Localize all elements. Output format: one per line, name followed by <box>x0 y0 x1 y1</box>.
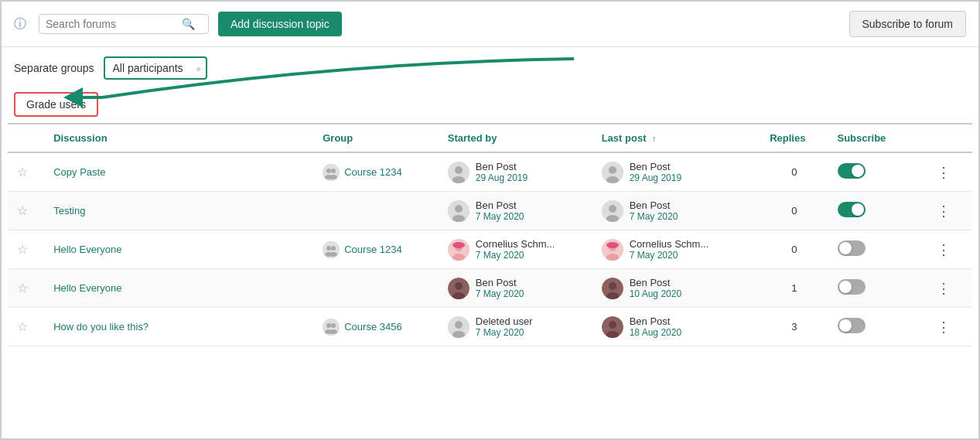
more-options-button[interactable]: ⋮ <box>934 241 954 258</box>
col-header-last-post[interactable]: Last post ↑ <box>592 124 761 152</box>
star-icon[interactable]: ☆ <box>17 204 28 217</box>
star-cell: ☆ <box>8 230 44 269</box>
group-cell-container <box>313 192 439 230</box>
svg-point-39 <box>326 323 331 328</box>
last-post-date: 29 Aug 2019 <box>630 172 681 183</box>
participants-select[interactable]: All participants Course 1234 Course 3456 <box>104 56 207 80</box>
started-by-cell: Cornelius Schm... 7 May 2020 <box>439 230 592 269</box>
discussion-link[interactable]: Hello Everyone <box>53 244 121 255</box>
started-by-date: 7 May 2020 <box>476 250 555 261</box>
subscribe-toggle[interactable] <box>838 240 866 256</box>
last-post-user: Ben Post 18 Aug 2020 <box>602 316 752 338</box>
star-icon[interactable]: ☆ <box>17 165 28 179</box>
svg-point-11 <box>609 166 616 174</box>
started-by-user: Ben Post 7 May 2020 <box>448 277 583 299</box>
svg-point-4 <box>331 169 336 173</box>
toggle-thumb <box>852 165 864 177</box>
last-post-cell: Ben Post 7 May 2020 <box>592 192 761 230</box>
svg-point-21 <box>331 246 336 251</box>
discussion-link[interactable]: Testing <box>53 205 85 217</box>
search-button[interactable]: 🔍 <box>182 18 195 30</box>
group-cell-container <box>313 269 439 308</box>
svg-point-3 <box>326 169 331 173</box>
svg-point-27 <box>452 242 465 248</box>
star-icon[interactable]: ☆ <box>17 320 28 333</box>
last-post-user: Ben Post 10 Aug 2020 <box>602 277 752 299</box>
group-icon <box>323 319 340 336</box>
svg-point-36 <box>609 282 616 290</box>
controls-row: Separate groups All participants Course … <box>2 47 978 89</box>
svg-point-20 <box>326 246 331 251</box>
started-by-cell: Ben Post 29 Aug 2019 <box>439 152 592 192</box>
group-name: Course 1234 <box>344 244 401 255</box>
discussion-cell: Hello Everyone <box>44 269 313 308</box>
discussion-cell: Copy Paste <box>44 152 313 192</box>
star-icon[interactable]: ☆ <box>17 281 28 295</box>
svg-point-47 <box>609 321 616 329</box>
toggle-thumb <box>839 319 852 332</box>
started-by-user: Ben Post 7 May 2020 <box>448 200 583 222</box>
more-options-button[interactable]: ⋮ <box>934 203 954 220</box>
discussion-link[interactable]: Hello Everyone <box>53 282 121 294</box>
more-cell: ⋮ <box>924 152 972 192</box>
toggle-track[interactable] <box>838 318 866 333</box>
more-options-button[interactable]: ⋮ <box>934 319 954 336</box>
started-by-name: Ben Post <box>476 200 524 211</box>
discussion-cell: How do you like this? <box>44 308 313 346</box>
subscribe-cell <box>828 308 924 346</box>
toggle-track[interactable] <box>838 240 866 256</box>
last-post-date: 7 May 2020 <box>630 250 709 261</box>
started-by-date: 29 Aug 2019 <box>476 172 528 183</box>
subscribe-toggle[interactable] <box>838 202 866 217</box>
search-box: 🔍 <box>39 14 209 34</box>
discussion-link[interactable]: How do you like this? <box>53 321 149 333</box>
started-by-user: Deleted user 7 May 2020 <box>448 316 583 338</box>
avatar <box>448 239 470 261</box>
toggle-track[interactable] <box>838 279 866 295</box>
add-topic-button[interactable]: Add discussion topic <box>218 12 342 36</box>
help-icon[interactable]: ⓘ <box>14 16 26 32</box>
table-row: ☆ Hello Everyone Course 1234 <box>8 230 972 269</box>
replies-cell: 0 <box>760 152 828 192</box>
last-post-name: Ben Post <box>630 161 681 172</box>
group-cell: Course 1234 <box>323 164 429 181</box>
started-by-user: Cornelius Schm... 7 May 2020 <box>448 238 583 261</box>
started-by-info: Deleted user 7 May 2020 <box>476 316 533 338</box>
started-by-info: Cornelius Schm... 7 May 2020 <box>476 238 555 261</box>
star-cell: ☆ <box>8 152 44 192</box>
last-post-cell: Ben Post 18 Aug 2020 <box>592 308 761 346</box>
last-post-info: Ben Post 7 May 2020 <box>630 200 678 222</box>
star-cell: ☆ <box>8 192 44 230</box>
controls-section: Separate groups All participants Course … <box>2 47 978 123</box>
last-post-cell: Ben Post 29 Aug 2019 <box>592 152 761 192</box>
more-options-button[interactable]: ⋮ <box>934 280 954 297</box>
last-post-date: 7 May 2020 <box>630 211 678 222</box>
toggle-track[interactable] <box>838 163 866 179</box>
started-by-info: Ben Post 7 May 2020 <box>476 277 524 299</box>
avatar <box>602 200 623 222</box>
toggle-thumb <box>839 281 852 293</box>
avatar <box>602 316 623 338</box>
grade-users-button[interactable]: Grade users <box>14 92 98 117</box>
subscribe-toggle[interactable] <box>838 163 866 179</box>
started-by-cell: Ben Post 7 May 2020 <box>439 269 592 308</box>
avatar <box>602 162 623 183</box>
subscribe-toggle[interactable] <box>838 279 866 295</box>
subscribe-forum-button[interactable]: Subscribe to forum <box>849 11 967 37</box>
svg-point-17 <box>609 205 616 213</box>
last-post-info: Cornelius Schm... 7 May 2020 <box>630 238 709 261</box>
started-by-name: Ben Post <box>476 277 524 288</box>
search-input[interactable] <box>46 18 177 30</box>
started-by-name: Deleted user <box>476 316 533 327</box>
col-header-group: Group <box>313 124 439 152</box>
replies-cell: 0 <box>760 192 828 230</box>
subscribe-toggle[interactable] <box>838 318 866 333</box>
last-post-name: Cornelius Schm... <box>630 238 709 250</box>
discussion-link[interactable]: Copy Paste <box>53 166 105 178</box>
toggle-track[interactable] <box>838 202 866 217</box>
star-icon[interactable]: ☆ <box>17 243 28 256</box>
started-by-date: 7 May 2020 <box>476 327 533 338</box>
more-cell: ⋮ <box>924 308 972 346</box>
last-post-user: Ben Post 29 Aug 2019 <box>602 161 752 183</box>
more-options-button[interactable]: ⋮ <box>934 164 954 181</box>
